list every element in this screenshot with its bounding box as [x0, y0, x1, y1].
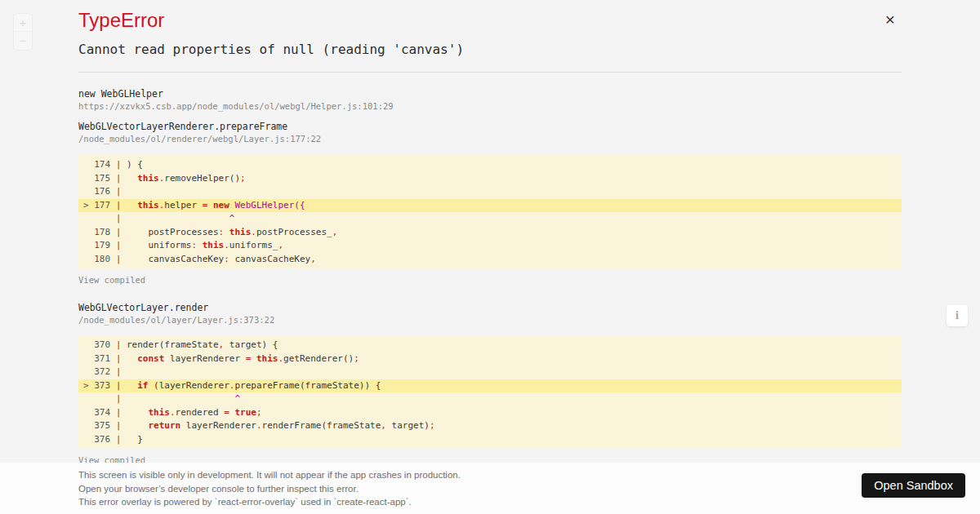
code-line: 180 | canvasCacheKey: canvasCacheKey, [78, 253, 902, 267]
code-segment: , [278, 240, 283, 250]
code-segment [127, 353, 137, 364]
code-segment: canvasCacheKey [229, 254, 310, 264]
code-segment: ; [256, 407, 262, 418]
code-segment: . [224, 240, 229, 250]
code-frame: 174 | ) { 175 | this.removeHelper(); 176… [78, 155, 902, 268]
code-segment [127, 213, 229, 224]
code-segment: ; [430, 420, 435, 431]
code-segment: WebGLHelper({ [234, 200, 305, 210]
code-segment: 376 | [83, 434, 127, 445]
code-segment: canvasCacheKey [127, 254, 224, 264]
footer-line: This error overlay is powered by `react-… [78, 495, 461, 509]
code-segment: ^ [229, 213, 235, 224]
code-segment: renderFrame(frameState [262, 420, 381, 431]
code-segment: 176 | [83, 186, 127, 197]
open-sandbox-button[interactable]: Open Sandbox [862, 473, 965, 498]
info-icon[interactable]: i [947, 305, 968, 326]
code-line: 179 | uniforms: this.uniforms_, [78, 239, 902, 253]
code-segment: rendered [176, 407, 225, 418]
code-line: 175 | this.removeHelper(); [78, 172, 902, 186]
code-segment [127, 420, 149, 431]
code-segment: > 373 | [83, 380, 127, 391]
code-segment: postProcesses [127, 227, 219, 237]
stack-frame-location: /node_modules/ol/renderer/webgl/Layer.js… [78, 134, 321, 144]
code-segment [207, 200, 213, 210]
code-segment: this [137, 200, 159, 210]
code-frame: 370 | render(frameState, target) { 371 |… [78, 335, 902, 449]
code-line: 376 | } [78, 433, 902, 447]
code-segment: uniforms_ [229, 240, 278, 250]
code-segment: . [251, 227, 256, 237]
code-segment: | [83, 393, 127, 404]
code-segment: uniforms [127, 240, 191, 250]
code-segment [127, 393, 234, 404]
zoom-out-button[interactable]: − [14, 32, 32, 50]
error-message: Cannot read properties of null (reading … [78, 42, 464, 57]
code-segment: layerRenderer [164, 353, 245, 364]
code-line: | ^ [78, 212, 902, 226]
code-segment: this [256, 353, 278, 364]
footer-line: This screen is visible only in developme… [78, 468, 461, 482]
code-segment: getRenderer() [283, 353, 354, 364]
code-segment: 371 | [83, 353, 127, 364]
code-line: 178 | postProcesses: this.postProcesses_… [78, 226, 902, 240]
code-segment: > 177 | [83, 200, 127, 210]
code-segment: 372 | [83, 366, 127, 377]
divider [78, 72, 902, 73]
close-icon[interactable]: × [880, 10, 900, 29]
code-line: 176 | [78, 185, 902, 199]
code-segment: true [234, 407, 256, 418]
code-segment: 180 | [83, 254, 127, 264]
code-segment: | [83, 213, 127, 224]
code-segment: helper [164, 200, 202, 210]
code-segment [251, 353, 256, 364]
dev-footer: This screen is visible only in developme… [0, 463, 980, 514]
view-compiled-link[interactable]: View compiled [78, 275, 145, 285]
code-line: > 373 | if (layerRenderer.prepareFrame(f… [78, 379, 902, 393]
code-line: 372 | [78, 366, 902, 379]
code-segment: this [229, 227, 252, 237]
map-zoom-controls: + − [13, 13, 33, 51]
code-segment: this [148, 407, 170, 418]
code-segment: 374 | [83, 407, 127, 418]
code-segment: 175 | [83, 173, 127, 184]
code-segment [127, 380, 137, 391]
code-segment: render(frameState [127, 339, 219, 350]
code-segment [127, 173, 137, 184]
code-segment: ^ [234, 393, 240, 404]
code-segment: , [332, 227, 338, 237]
code-segment [127, 200, 137, 210]
code-segment: 178 | [83, 227, 127, 237]
code-segment: 370 | [83, 339, 127, 350]
code-segment: this [137, 173, 159, 184]
code-segment: postProcesses_ [256, 227, 332, 237]
code-segment: = [224, 407, 229, 418]
code-segment: . [256, 420, 262, 431]
stack-frame-function: WebGLVectorLayer.render [78, 302, 208, 313]
code-line: 375 | return layerRenderer.renderFrame(f… [78, 419, 902, 433]
code-segment: . [170, 407, 176, 418]
code-segment: new [213, 200, 229, 210]
footer-line: Open your browser’s developer console to… [78, 482, 461, 496]
footer-text: This screen is visible only in developme… [78, 468, 461, 509]
stack-frame-function: new WebGLHelper [78, 88, 163, 100]
code-segment: 375 | [83, 420, 127, 431]
code-segment [224, 227, 229, 237]
code-segment: 174 | [83, 159, 127, 170]
code-segment: ) { [127, 159, 143, 170]
code-segment: (layerRenderer [148, 380, 229, 391]
code-line: | ^ [78, 392, 902, 406]
code-segment: , [381, 420, 386, 431]
code-segment: } [127, 434, 143, 445]
code-segment: 179 | [83, 240, 127, 250]
code-segment [197, 240, 203, 250]
code-segment [127, 407, 149, 418]
code-segment: const [137, 353, 164, 364]
code-line: 174 | ) { [78, 158, 902, 172]
code-segment: this [203, 240, 225, 250]
error-title: TypeError [78, 9, 164, 32]
code-segment: target) { [224, 339, 278, 350]
code-line: 374 | this.rendered = true; [78, 406, 902, 420]
zoom-in-button[interactable]: + [14, 14, 32, 32]
code-segment: if [137, 380, 148, 391]
